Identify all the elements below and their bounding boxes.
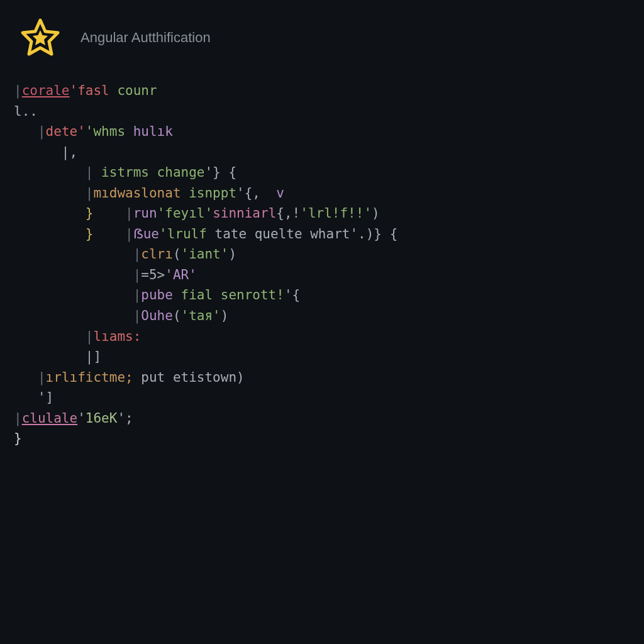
code-line[interactable]: |]: [14, 347, 630, 367]
code-line[interactable]: |=5>'AR': [14, 265, 630, 286]
code-line[interactable]: |clrı('iant'): [14, 244, 630, 265]
code-line[interactable]: |clulale'16eK';: [14, 408, 630, 429]
code-line[interactable]: |ırlıfictme; put etistown): [14, 367, 630, 388]
code-line[interactable]: |Ouhe('taя'): [14, 306, 630, 326]
star-icon: [20, 18, 60, 58]
code-line[interactable]: |,: [14, 142, 630, 163]
code-line[interactable]: ']: [14, 387, 630, 408]
header: Angular Autthification: [0, 0, 644, 68]
code-line[interactable]: |mıdwaslonat isnppt'{, v: [14, 183, 630, 204]
code-line[interactable]: } |run'feyıl'sinniarl{,!'lrl!f!!'): [14, 203, 630, 224]
code-line[interactable]: } |ẞue'lrulf tate quelte whart'.)} {: [14, 224, 630, 245]
code-line[interactable]: |pube fial senrott!'{: [14, 285, 630, 306]
code-line[interactable]: |corale'fasl counr: [14, 80, 630, 101]
code-line[interactable]: | istrms change'} {: [14, 162, 630, 183]
page-title: Angular Autthification: [80, 30, 211, 46]
code-editor[interactable]: |corale'fasl counrl.. |dete''whms hulık …: [0, 68, 644, 462]
code-line[interactable]: }: [14, 428, 630, 449]
code-line[interactable]: |lıams:: [14, 326, 630, 347]
code-line[interactable]: l..: [14, 101, 630, 122]
code-line[interactable]: |dete''whms hulık: [14, 121, 630, 142]
